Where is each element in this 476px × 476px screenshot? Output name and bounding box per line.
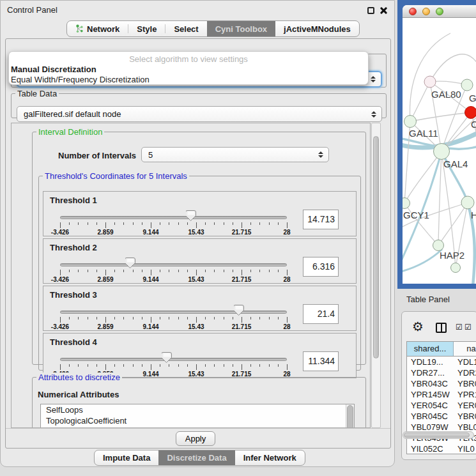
network-node-gal4[interactable]: [434, 144, 450, 160]
threshold-value-field[interactable]: 11.344: [303, 351, 339, 371]
network-node-c[interactable]: [465, 107, 476, 119]
network-node-hap2[interactable]: [433, 240, 444, 251]
close-traffic-light-icon[interactable]: [409, 8, 417, 15]
slider-tick: [169, 364, 169, 367]
tab-impute-data[interactable]: Impute Data: [95, 450, 158, 465]
tab-label: Network: [87, 24, 119, 34]
network-node-gal80[interactable]: [424, 76, 436, 88]
zoom-traffic-light-icon[interactable]: [436, 8, 443, 15]
table-data-selected-value: galFiltered.sif default node: [24, 109, 121, 119]
tab-network[interactable]: Network: [67, 21, 128, 36]
numerical-attributes-list[interactable]: SelfLoopsTopologicalCoefficientBetweenne…: [40, 404, 355, 428]
slider-tick: [169, 317, 169, 319]
column-header-shared-name[interactable]: shared...: [407, 342, 454, 356]
number-of-intervals-value: 5: [148, 150, 153, 160]
attribute-item[interactable]: TopologicalCoefficient: [41, 415, 354, 426]
slider-tick: [78, 270, 79, 272]
network-node[interactable]: [451, 263, 461, 273]
algorithm-option-manual-discretization[interactable]: Manual Discretization: [11, 65, 370, 75]
slider-tick: [278, 317, 279, 319]
slider-tick: [151, 270, 151, 275]
thresholds-group-label: Threshold's Coordinates for 5 Intervals: [43, 171, 189, 181]
threshold-slider-thumb[interactable]: [125, 257, 135, 268]
attribute-item[interactable]: SelfLoops: [41, 404, 354, 415]
tab-jactivemnodules[interactable]: jActiveMNodules: [275, 21, 359, 36]
apply-button[interactable]: Apply: [176, 431, 215, 446]
column-header-name[interactable]: na: [454, 342, 476, 356]
threshold-slider-track[interactable]: [60, 263, 287, 266]
minimize-traffic-light-icon[interactable]: [422, 8, 430, 15]
threshold-value-field[interactable]: 21.4: [303, 304, 339, 324]
list-scrollbar-thumb[interactable]: [347, 405, 353, 428]
network-canvas[interactable]: GAL80GACGAL11GAL4GCY1HHAP2: [403, 18, 476, 284]
slider-tick: [78, 222, 79, 225]
threshold-slider-thumb[interactable]: [162, 352, 172, 363]
tab-cyni-toolbox[interactable]: Cyni Toolbox: [207, 21, 275, 36]
table-horizontal-scrollbar[interactable]: [403, 431, 474, 439]
slider-tick: [96, 364, 97, 367]
threshold-value-field[interactable]: 14.713: [303, 210, 339, 229]
column-layout-icon[interactable]: [436, 323, 447, 333]
slider-tick: [142, 270, 142, 272]
tab-style[interactable]: Style: [128, 21, 165, 36]
slider-tick: [214, 364, 215, 367]
threshold-slider-thumb[interactable]: [186, 210, 196, 221]
table-row[interactable]: YPR145WYPR1: [407, 389, 476, 400]
threshold-slider-track[interactable]: [60, 311, 287, 314]
threshold-value-field[interactable]: 6.316: [303, 257, 339, 277]
table-row[interactable]: YDR27...YDR2: [407, 367, 476, 378]
network-node-ga[interactable]: [461, 79, 473, 91]
vertical-scrollbar-thumb[interactable]: [373, 136, 379, 358]
table-row[interactable]: YBR045CYBR0: [407, 411, 476, 422]
tab-discretize-data[interactable]: Discretize Data: [158, 450, 234, 465]
checkbox-checked-icon[interactable]: ☑: [464, 323, 472, 332]
vertical-scrollbar[interactable]: [371, 123, 381, 428]
tab-infer-network[interactable]: Infer Network: [235, 450, 305, 465]
threshold-slider-track[interactable]: [60, 358, 287, 361]
checkbox-checked-icon[interactable]: ☑: [456, 323, 463, 332]
slider-tick: [123, 270, 124, 272]
combo-arrows-icon: [371, 76, 376, 82]
gear-icon[interactable]: ⚙: [412, 320, 424, 333]
number-of-intervals-select[interactable]: 5: [141, 147, 329, 162]
slider-tick: [160, 364, 160, 367]
slider-tick: [278, 364, 279, 367]
network-view-frame: GAL80GACGAL11GAL4GCY1HHAP2: [397, 0, 476, 289]
slider-tick: [114, 317, 115, 319]
slider-scale-label: 28: [283, 276, 290, 283]
tab-select[interactable]: Select: [165, 21, 206, 36]
table-row[interactable]: YBR043CYBR0: [407, 378, 476, 389]
algorithm-option-equal-width-frequency-discretization[interactable]: Equal Width/Frequency Discretization: [11, 75, 370, 85]
slider-tick: [60, 270, 61, 275]
table-horizontal-scrollbar-thumb[interactable]: [404, 433, 470, 438]
cyni-toolbox-panel: Discretization Algorithm Table Data galF…: [5, 38, 391, 449]
threshold-slider-track[interactable]: [60, 216, 287, 219]
slider-tick: [233, 317, 233, 319]
slider-tick: [205, 270, 206, 272]
slider-scale-label: 15.43: [188, 323, 204, 330]
table-row[interactable]: YDL19...YDL1: [407, 357, 476, 367]
interval-definition-group-label: Interval Definition: [36, 127, 104, 137]
network-node-gal11[interactable]: [404, 116, 417, 128]
list-scrollbar[interactable]: [346, 404, 354, 428]
network-window-titlebar[interactable]: [403, 5, 476, 18]
network-node-gcy1[interactable]: [403, 198, 410, 209]
slider-tick: [123, 222, 124, 225]
slider-scale-label: 2.859: [97, 229, 113, 236]
slider-tick: [214, 222, 215, 225]
slider-scale-label: 28: [283, 323, 290, 330]
cell-name: YDR2: [454, 367, 476, 378]
slider-tick: [187, 222, 188, 225]
node-label-hap2: HAP2: [440, 250, 464, 261]
slider-tick: [214, 317, 215, 319]
float-window-icon[interactable]: [367, 7, 374, 14]
slider-tick: [96, 222, 97, 225]
network-node-h[interactable]: [461, 196, 474, 209]
close-window-icon[interactable]: [380, 6, 388, 15]
table-data-select[interactable]: galFiltered.sif default node: [17, 106, 382, 122]
slider-tick: [205, 317, 206, 319]
table-row[interactable]: YER054CYER0: [407, 400, 476, 411]
threshold-slider-thumb[interactable]: [234, 305, 244, 316]
table-row[interactable]: YIL052CYIL0: [407, 443, 476, 454]
slider-tick: [105, 270, 106, 275]
